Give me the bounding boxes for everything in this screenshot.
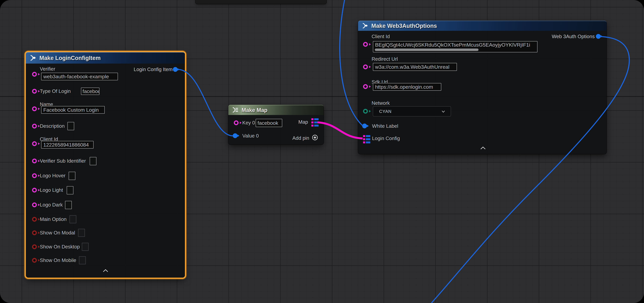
- output-pin-web3auth-options[interactable]: [596, 34, 601, 39]
- pin-label-show-on-mobile: Show On Mobile: [40, 257, 76, 263]
- node-header[interactable]: Make LoginConfigItem: [26, 52, 185, 64]
- node-make-login-config-item[interactable]: Make LoginConfigItem Login Config Item V…: [26, 52, 185, 278]
- output-pin-map[interactable]: [311, 118, 318, 126]
- output-pin-login-config-item[interactable]: [173, 67, 178, 72]
- node-title: Make LoginConfigItem: [40, 55, 100, 61]
- show-on-desktop-checkbox[interactable]: [82, 243, 89, 251]
- input-pin-show-on-modal[interactable]: [32, 230, 37, 235]
- pin-label-network: Network: [372, 100, 390, 106]
- wire-login-config-item-to-value0: [178, 70, 233, 136]
- add-pin-button[interactable]: Add pin: [292, 134, 318, 142]
- show-on-modal-checkbox[interactable]: [78, 229, 85, 237]
- output-pin-label: Web 3Auth Options: [552, 34, 595, 40]
- input-pin-name[interactable]: [32, 106, 37, 111]
- logo-light-value-field[interactable]: [66, 186, 74, 194]
- main-option-checkbox[interactable]: [70, 215, 76, 223]
- chevron-up-icon[interactable]: [479, 146, 487, 150]
- pin-label-logo-light: Logo Light: [40, 187, 63, 193]
- make-struct-icon: [362, 22, 368, 30]
- input-pin-white-label[interactable]: [362, 124, 367, 128]
- pin-label-key0: Key 0: [242, 120, 255, 126]
- redirect-url-value-field[interactable]: w3a://com.w3a.Web3AuthUnreal: [373, 63, 457, 71]
- output-pin-label: Login Config Item: [134, 66, 172, 72]
- network-selected-value: CYAN: [379, 109, 392, 114]
- verifier-value-field[interactable]: web3auth-facebook-example: [41, 72, 118, 80]
- key0-value-field[interactable]: facebook: [256, 119, 282, 127]
- pin-label-main-option: Main Option: [40, 216, 66, 222]
- verifier-sub-identifier-value-field[interactable]: [90, 157, 96, 165]
- node-title: Make Map: [242, 107, 268, 113]
- pin-label-verifier-sub-identifier: Verifier Sub Identifier: [40, 158, 86, 164]
- client-id-text: BEglQSgt4cUWcj6SKRdu5QkOXTsePmMcusG5EAoy…: [375, 42, 530, 48]
- input-pin-logo-hover[interactable]: [32, 173, 37, 178]
- input-pin-key0[interactable]: [234, 120, 238, 125]
- name-value-field[interactable]: Facebook Custom Login: [41, 106, 105, 114]
- client-id-value-field[interactable]: 1222658941886084: [41, 141, 94, 149]
- input-pin-verifier[interactable]: [32, 72, 37, 77]
- pin-label-login-config: Login Config: [372, 136, 400, 142]
- pin-label-verifier: Verifier: [40, 66, 55, 72]
- input-pin-logo-dark[interactable]: [32, 202, 37, 207]
- input-pin-redirect-url[interactable]: [363, 64, 368, 69]
- offscreen-node-bottom[interactable]: [196, 0, 326, 4]
- input-pin-network[interactable]: [363, 109, 368, 114]
- input-pin-login-config[interactable]: [363, 135, 370, 144]
- input-pin-value0[interactable]: [233, 133, 238, 138]
- input-pin-show-on-desktop[interactable]: [32, 244, 37, 249]
- node-header[interactable]: Make Web3AuthOptions: [358, 20, 606, 31]
- input-pin-description[interactable]: [32, 124, 37, 128]
- pin-label-redirect-url: Redirect Url: [372, 56, 398, 62]
- make-map-icon: [232, 106, 238, 114]
- node-make-web3auth-options[interactable]: Make Web3AuthOptions Web 3Auth Options C…: [358, 20, 606, 154]
- make-struct-icon: [30, 54, 36, 62]
- logo-hover-value-field[interactable]: [68, 172, 76, 180]
- input-pin-main-option[interactable]: [32, 217, 37, 222]
- pin-label-client-id: Client Id: [372, 34, 390, 40]
- input-pin-client-id[interactable]: [363, 42, 368, 47]
- output-pin-label: Map: [298, 119, 308, 125]
- pin-label-value0: Value 0: [242, 133, 259, 139]
- type-of-login-value-field[interactable]: facebook: [81, 88, 100, 95]
- pin-label-type-of-login: Type Of Login: [40, 88, 71, 94]
- input-pin-verifier-sub-identifier[interactable]: [32, 158, 37, 163]
- text-field-scrollbar[interactable]: [375, 48, 478, 51]
- logo-dark-value-field[interactable]: [65, 201, 72, 209]
- input-pin-type-of-login[interactable]: [32, 89, 37, 94]
- network-dropdown[interactable]: CYAN: [373, 106, 451, 116]
- pin-label-white-label: White Label: [372, 123, 398, 129]
- plus-circle-icon: [312, 134, 318, 142]
- input-pin-client-id[interactable]: [32, 141, 37, 146]
- wire-map-to-login-config: [318, 122, 362, 138]
- input-pin-sdk-url[interactable]: [363, 84, 368, 89]
- pin-label-logo-dark: Logo Dark: [40, 202, 63, 208]
- show-on-mobile-checkbox[interactable]: [79, 256, 86, 264]
- client-id-value-field[interactable]: BEglQSgt4cUWcj6SKRdu5QkOXTsePmMcusG5EAoy…: [373, 41, 538, 52]
- pin-label-show-on-modal: Show On Modal: [40, 230, 75, 236]
- blueprint-graph-canvas[interactable]: Make LoginConfigItem Login Config Item V…: [0, 0, 644, 303]
- pin-label-description: Description: [40, 123, 65, 129]
- node-title: Make Web3AuthOptions: [371, 23, 437, 29]
- chevron-down-icon: [441, 109, 446, 114]
- add-pin-label: Add pin: [292, 135, 309, 141]
- pin-label-show-on-desktop: Show On Desktop: [40, 244, 80, 250]
- description-value-field[interactable]: [67, 122, 74, 130]
- sdk-url-value-field[interactable]: https://sdk.openlogin.com: [373, 83, 441, 91]
- node-header[interactable]: Make Map: [228, 105, 324, 115]
- pin-label-logo-hover: Logo Hover: [40, 173, 66, 179]
- chevron-up-icon[interactable]: [102, 269, 109, 273]
- input-pin-logo-light[interactable]: [32, 188, 37, 192]
- input-pin-show-on-mobile[interactable]: [32, 258, 37, 263]
- node-make-map[interactable]: Make Map Key 0 facebook Map Value 0 Add …: [228, 105, 324, 144]
